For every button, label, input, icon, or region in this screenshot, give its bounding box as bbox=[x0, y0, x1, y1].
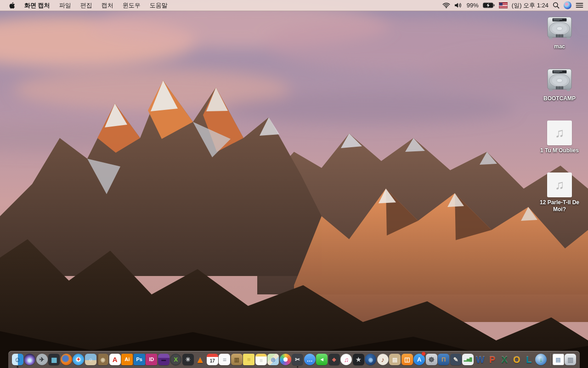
dock-icon-reminders[interactable]: ≡ bbox=[219, 351, 231, 368]
menubar-menu-item-4[interactable]: 도움말 bbox=[145, 1, 172, 10]
apple-menu[interactable] bbox=[5, 2, 20, 9]
dock-icon-vlc[interactable]: ▲ bbox=[194, 351, 207, 368]
desktop-icon-audio-tu-moublies[interactable]: ♫1 Tu M'Oublies bbox=[532, 120, 587, 172]
dock-icon-download-manager[interactable]: ↓ bbox=[535, 351, 548, 368]
messages-icon: … bbox=[304, 354, 316, 365]
siri-icon bbox=[24, 354, 35, 365]
dock-icon-clippings-app[interactable]: ▤ bbox=[389, 351, 401, 368]
desktop-icon-label: BOOTCAMP bbox=[543, 95, 576, 102]
desktop-icon-drive-bootcamp[interactable]: BOOTCAMP bbox=[532, 68, 587, 120]
menubar-menu-item-1[interactable]: 편집 bbox=[76, 1, 97, 10]
wifi-icon[interactable] bbox=[442, 2, 450, 8]
menubar-menu-item-2[interactable]: 캡처 bbox=[97, 1, 118, 10]
dock-icon-system-preferences[interactable]: ☸ bbox=[425, 351, 438, 368]
battery-charging-icon[interactable] bbox=[483, 2, 495, 8]
dock-icon-photoshop[interactable]: Ps bbox=[133, 351, 146, 368]
siri-icon[interactable] bbox=[564, 1, 571, 9]
desktop-icon-drive-mac[interactable]: mac bbox=[532, 16, 587, 68]
dock-icon-xld[interactable]: X bbox=[170, 351, 182, 368]
notes-icon: ≡ bbox=[255, 354, 267, 365]
stickies-icon: ≡ bbox=[243, 354, 254, 365]
toast-titanium-icon: ▬ bbox=[158, 354, 170, 365]
dock-icon-app-store[interactable]: A bbox=[413, 351, 426, 368]
photos-icon bbox=[280, 354, 291, 365]
photo-booth-icon: ◆ bbox=[328, 354, 340, 365]
dock-icon-ms-excel[interactable]: X bbox=[498, 351, 511, 368]
dock-icon-unarchiver[interactable]: ▥ bbox=[231, 351, 243, 368]
dock-icon-stickies[interactable]: ≡ bbox=[243, 351, 255, 368]
dock-icon-fan-control[interactable]: ✳ bbox=[182, 351, 194, 368]
ibooks-icon: ◫ bbox=[401, 354, 413, 365]
dock: ☺✈▦✦○◉AAiPsID▬X✳▲17≡▥≡≡◎✂…◄◆♫★◉♪▤◫A☸Π✎▂▅… bbox=[8, 351, 580, 368]
dock-icon-ms-lync[interactable]: L bbox=[523, 351, 535, 368]
input-source-us-flag[interactable] bbox=[499, 2, 508, 8]
audio-file-icon: ♫ bbox=[547, 121, 572, 145]
dock-icon-maps[interactable]: ◎ bbox=[267, 351, 280, 368]
dock-icon-indesign[interactable]: ID bbox=[146, 351, 158, 368]
active-app-menu[interactable]: 화면 캡처 bbox=[20, 1, 55, 10]
grab-screen-capture-icon: ✂ bbox=[292, 354, 303, 365]
dock-icon-notes[interactable]: ≡ bbox=[255, 351, 267, 368]
hard-drive-icon bbox=[546, 69, 573, 93]
dock-icon-numbers[interactable]: ▂▅█ bbox=[462, 351, 475, 368]
spotlight-icon[interactable] bbox=[553, 2, 560, 9]
menubar-menu-item-3[interactable]: 윈도우 bbox=[118, 1, 145, 10]
dock-icon-acrobat-reader[interactable]: A bbox=[109, 351, 121, 368]
notification-center-icon[interactable] bbox=[576, 2, 583, 8]
dock-icon-calendar[interactable]: 17 bbox=[206, 351, 219, 368]
dock-icon-grab-screen-capture[interactable]: ✂ bbox=[292, 351, 304, 368]
dock-icon-imovie[interactable]: ★ bbox=[352, 351, 365, 368]
dock-icon-firefox[interactable] bbox=[60, 351, 73, 368]
desktop-icon-audio-parle-t-il-de-moi[interactable]: ♫12 Parle-T-Il De Moi? bbox=[532, 172, 587, 224]
dock-icon-ms-outlook[interactable]: O bbox=[511, 351, 523, 368]
apple-logo-icon bbox=[9, 2, 15, 9]
dock-icon-safari[interactable]: ✦ bbox=[73, 351, 85, 368]
photoshop-icon: Ps bbox=[134, 354, 145, 365]
ms-lync-icon: L bbox=[523, 354, 535, 365]
xld-icon: X bbox=[170, 354, 181, 365]
dock-icon-ms-powerpoint[interactable]: P bbox=[486, 351, 499, 368]
facetime-icon: ◄ bbox=[316, 354, 328, 365]
dock-icon-illustrator[interactable]: Ai bbox=[121, 351, 134, 368]
dock-icon-photo-booth[interactable]: ◆ bbox=[328, 351, 340, 368]
menubar-menu-item-0[interactable]: 파일 bbox=[55, 1, 76, 10]
dock-icon-idvd[interactable]: ◉ bbox=[365, 351, 377, 368]
dock-icon-garageband[interactable]: ♪ bbox=[377, 351, 389, 368]
dock-icon-document-file[interactable]: ▤ bbox=[552, 351, 565, 368]
numbers-icon: ▂▅█ bbox=[462, 354, 474, 365]
menubar-menus: 파일편집캡처윈도우도움말 bbox=[55, 1, 172, 10]
menubar-left: 화면 캡처 파일편집캡처윈도우도움말 bbox=[5, 1, 172, 10]
maps-icon: ◎ bbox=[267, 354, 279, 365]
illustrator-icon: Ai bbox=[121, 354, 133, 365]
menubar-clock[interactable]: (일) 오후 1:24 bbox=[512, 1, 548, 10]
dock-icon-ms-word[interactable]: W bbox=[474, 351, 486, 368]
ms-excel-icon: X bbox=[499, 354, 510, 365]
dock-icon-finder[interactable]: ☺ bbox=[11, 351, 24, 368]
keynote-icon: Π bbox=[438, 354, 449, 365]
running-indicator bbox=[17, 366, 19, 368]
hard-drive-icon bbox=[546, 17, 573, 41]
dock-icon-mission-control[interactable]: ▦ bbox=[48, 351, 61, 368]
dock-icon-pages[interactable]: ✎ bbox=[450, 351, 462, 368]
menubar: 화면 캡처 파일편집캡처윈도우도움말 9 bbox=[0, 0, 588, 11]
volume-icon[interactable] bbox=[454, 2, 463, 8]
dock-icon-itunes[interactable]: ♫ bbox=[340, 351, 353, 368]
dock-icon-keynote[interactable]: Π bbox=[438, 351, 450, 368]
reminders-icon: ≡ bbox=[219, 354, 230, 365]
dock-icon-toast-titanium[interactable]: ▬ bbox=[158, 351, 170, 368]
download-manager-icon: ↓ bbox=[535, 354, 547, 365]
dock-icon-siri[interactable] bbox=[24, 351, 36, 368]
finder-icon: ☺ bbox=[12, 354, 23, 365]
dock-icon-facetime[interactable]: ◄ bbox=[316, 351, 328, 368]
dock-icon-photos[interactable] bbox=[279, 351, 292, 368]
fan-control-icon: ✳ bbox=[182, 354, 194, 365]
dock-icon-ibooks[interactable]: ◫ bbox=[401, 351, 413, 368]
idvd-icon: ◉ bbox=[365, 354, 376, 365]
dock-icon-launchpad[interactable]: ✈ bbox=[36, 351, 48, 368]
dock-divider bbox=[549, 353, 550, 366]
dock-icon-contacts[interactable]: ◉ bbox=[97, 351, 109, 368]
dock-icon-trash[interactable]: ▥ bbox=[565, 351, 577, 368]
firefox-icon bbox=[61, 354, 72, 365]
dock-icon-messages[interactable]: … bbox=[304, 351, 316, 368]
dock-icon-preview[interactable]: ○ bbox=[85, 351, 97, 368]
